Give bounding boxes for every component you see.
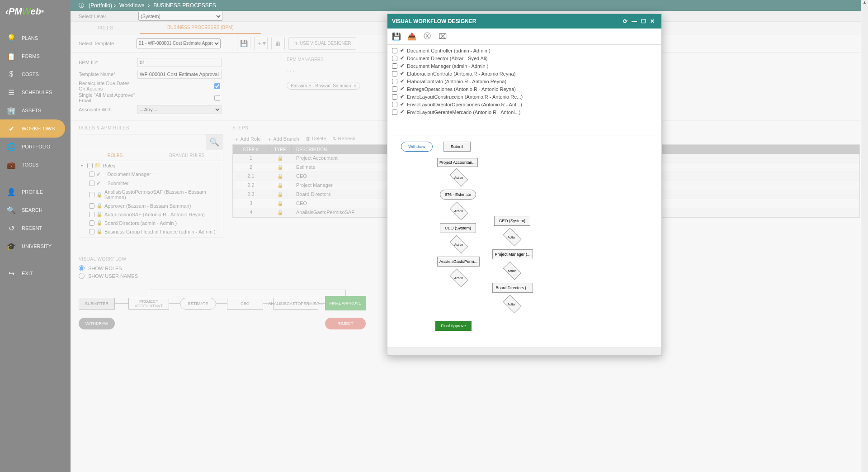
nav-plans[interactable]: 💡PLANS — [0, 29, 71, 47]
delete-button[interactable]: 🗑 — [271, 37, 285, 50]
folder-icon: 📁 — [94, 162, 101, 168]
canvas-final[interactable]: Final Approve — [435, 321, 472, 331]
tree-checkbox[interactable] — [89, 181, 94, 186]
building-icon: 🏢 — [6, 105, 16, 115]
nav-tools[interactable]: 💼TOOLS — [0, 156, 71, 174]
clipboard-icon: 📋 — [6, 51, 16, 61]
tree-checkbox[interactable] — [89, 192, 94, 197]
template-name-input[interactable] — [137, 70, 222, 79]
tab-roles[interactable]: ROLES — [71, 22, 140, 34]
canvas-action[interactable]: Action — [449, 168, 468, 186]
delete-step-button[interactable]: 🗑 Delete — [306, 136, 326, 143]
nav-costs[interactable]: $COSTS — [0, 65, 71, 83]
list-item[interactable]: ✔Document Director (Abrar - Syed Ali) — [392, 54, 657, 62]
use-visual-designer-button[interactable]: ⇉USE VISUAL DESIGNER — [288, 37, 356, 50]
canvas-agp[interactable]: AnalisisGastoPerm... — [437, 257, 480, 267]
wf-node-pa: PROJECT ACCOUNTANT — [128, 298, 169, 310]
canvas-ceo2[interactable]: CEO (System) — [494, 216, 530, 226]
nav-workflows[interactable]: ✔WORKFLOWS — [0, 119, 65, 138]
canvas-action5[interactable]: Action — [503, 261, 521, 280]
modal-header[interactable]: VISUAL WORKFLOW DESIGNER ⟳ — ☐ ✕ — [387, 14, 661, 29]
bars-icon: ☰ — [6, 87, 16, 97]
breadcrumb-bar: ⓘ (Portfolio) › Workflows › BUSINESS PRO… — [0, 0, 868, 11]
nav-portfolio[interactable]: 🌐PORTFOLIO — [0, 138, 71, 156]
roles-subtab-rules[interactable]: BRANCH RULES — [151, 150, 223, 161]
list-item[interactable]: ✔EnvioLayoutGerenteMercado (Antonio.R - … — [392, 108, 657, 116]
canvas-pm[interactable]: Project Manager (... — [492, 249, 533, 259]
single-email-checkbox[interactable] — [214, 95, 220, 101]
save-button[interactable]: 💾 — [237, 37, 250, 50]
template-select[interactable]: 01 - WF-000001 Cost Estimate Approval — [137, 38, 221, 48]
visual-designer-modal: VISUAL WORKFLOW DESIGNER ⟳ — ☐ ✕ 💾 📤 ⓧ ⌧… — [387, 14, 662, 356]
tree-checkbox[interactable] — [89, 212, 94, 217]
modal-canvas[interactable]: Withdraw Submit Project Accountan... Act… — [387, 135, 661, 348]
tab-bpm[interactable]: BUSINESS PROCESSES (BPM) — [140, 22, 261, 34]
canvas-pa[interactable]: Project Accountan... — [437, 158, 478, 167]
grad-icon: 🎓 — [6, 241, 16, 251]
add-button[interactable]: ＋▾ — [254, 37, 268, 50]
list-item[interactable]: ✔EnvioLayoutDirectorOperaciones (Antonio… — [392, 100, 657, 108]
canvas-action2[interactable]: Action — [449, 201, 468, 220]
info-icon[interactable]: ⓘ — [79, 2, 84, 10]
canvas-action7[interactable]: Action — [503, 295, 521, 313]
tree-root-checkbox[interactable] — [87, 163, 93, 168]
nav-profile[interactable]: 👤PROFILE — [0, 183, 71, 201]
modal-roles-list: ✔Document Controller (admin - Admin ) ✔D… — [387, 45, 661, 135]
nav-schedules[interactable]: ☰SCHEDULES — [0, 83, 71, 101]
nav-forms[interactable]: 📋FORMS — [0, 47, 71, 65]
list-item[interactable]: ✔Document Controller (admin - Admin ) — [392, 47, 657, 54]
canvas-action6[interactable]: Action — [449, 268, 468, 287]
canvas-estimate[interactable]: 676 - Estimate — [440, 190, 476, 200]
add-branch-button[interactable]: ＋ Add Branch — [267, 136, 299, 143]
refresh-icon[interactable]: ⟳ — [621, 18, 630, 24]
tree-checkbox[interactable] — [89, 172, 94, 177]
list-item[interactable]: ✔ElaboracionContrato (Antonio.R - Antoni… — [392, 70, 657, 77]
canvas-submit[interactable]: Submit — [443, 142, 471, 152]
nav-exit[interactable]: ↪EXIT — [0, 264, 71, 282]
associate-select[interactable]: -- Any -- — [137, 105, 222, 114]
add-role-button[interactable]: ＋ Add Role — [234, 136, 261, 143]
list-item[interactable]: ✔EntregaOperaciones (Antonio.R - Antonio… — [392, 85, 657, 93]
minimize-icon[interactable]: — — [630, 18, 639, 24]
exit-icon: ↪ — [6, 268, 16, 278]
modal-toolbar: 💾 📤 ⓧ ⌧ — [387, 29, 661, 45]
bpm-id-input[interactable] — [137, 58, 222, 67]
globe-icon: 🌐 — [6, 142, 16, 152]
modal-save-button[interactable]: 💾 — [391, 31, 402, 42]
breadcrumb-portfolio[interactable]: (Portfolio) — [89, 2, 112, 9]
recalc-checkbox[interactable] — [214, 83, 220, 89]
nav-assets[interactable]: 🏢ASSETS — [0, 101, 71, 119]
close-icon[interactable]: ✕ — [648, 18, 657, 24]
modal-hscroll[interactable] — [387, 348, 661, 355]
chip-remove-icon[interactable]: × — [354, 83, 356, 88]
canvas-withdraw[interactable]: Withdraw — [401, 142, 433, 152]
wf-node-reject: REJECT — [325, 318, 366, 329]
level-select[interactable]: (System) — [138, 12, 222, 21]
list-item[interactable]: ✔Document Manager (admin - Admin ) — [392, 62, 657, 70]
canvas-ceo1[interactable]: CEO (System) — [440, 223, 476, 233]
nav-university[interactable]: 🎓UNIVERSITY — [0, 237, 71, 255]
nav-recent[interactable]: ↺RECENT — [0, 219, 71, 237]
tree-checkbox[interactable] — [89, 203, 94, 209]
canvas-bd[interactable]: Board Directors (... — [492, 283, 533, 293]
right-scrollbar[interactable]: ▲ — [861, 0, 868, 472]
modal-cancel-button[interactable]: ⓧ — [422, 31, 433, 42]
refresh-button[interactable]: ↻ Refresh — [333, 136, 356, 143]
canvas-action3[interactable]: Action — [503, 228, 521, 246]
show-users-radio[interactable] — [79, 273, 85, 279]
modal-delete-button[interactable]: ⌧ — [437, 31, 448, 42]
nav-search[interactable]: 🔍SEARCH — [0, 201, 71, 219]
maximize-icon[interactable]: ☐ — [639, 18, 648, 24]
canvas-action4[interactable]: Action — [449, 235, 468, 253]
breadcrumb-workflows[interactable]: Workflows — [119, 2, 144, 9]
list-item[interactable]: ✔ElaboraContrato (Antonio.R - Antonio Re… — [392, 77, 657, 85]
tree-checkbox[interactable] — [89, 229, 94, 234]
roles-search-button[interactable]: 🔍 — [206, 134, 223, 150]
roles-subtab-roles[interactable]: ROLES — [79, 150, 151, 161]
modal-export-button[interactable]: 📤 — [406, 31, 417, 42]
show-roles-radio[interactable] — [79, 265, 85, 271]
manager-chip: Bassam.S - Bassam Samman× — [287, 82, 360, 90]
list-item[interactable]: ✔EnvioLayoutConstruccion (Antonio.R - An… — [392, 93, 657, 100]
roles-search-input[interactable] — [79, 134, 206, 150]
tree-checkbox[interactable] — [89, 220, 94, 226]
